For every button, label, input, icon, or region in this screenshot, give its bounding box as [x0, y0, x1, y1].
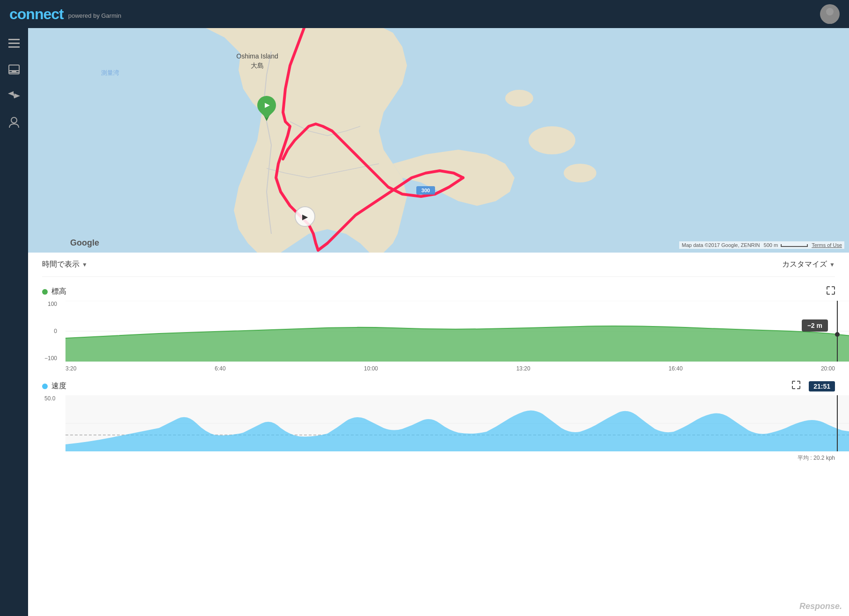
svg-text:300: 300: [421, 188, 430, 193]
elevation-y-100: 100: [44, 301, 57, 307]
main-content: 300 Oshima Island 大島 測量湾 ▶ ▶ Google: [28, 28, 849, 616]
elevation-expand-button[interactable]: [827, 286, 835, 297]
svg-point-13: [529, 126, 575, 154]
sidebar: [0, 28, 28, 616]
speed-avg-label: 平均 : 20.2 kph: [65, 454, 835, 462]
speed-svg: [65, 395, 849, 451]
google-logo: Google: [70, 238, 99, 248]
speed-chart-header: 速度 21:51: [42, 381, 835, 391]
sidebar-inbox-icon[interactable]: [6, 61, 22, 78]
customize-label: カスタマイズ: [782, 260, 827, 269]
svg-point-25: [835, 332, 840, 337]
map-attribution: Map data ©2017 Google, ZENRIN 500 m Term…: [679, 241, 844, 249]
elev-x-5: 16:40: [668, 365, 682, 372]
time-display-label: 時間で表示: [42, 260, 80, 269]
svg-marker-8: [8, 91, 14, 96]
svg-point-0: [826, 8, 834, 15]
svg-text:大島: 大島: [251, 62, 264, 69]
elev-x-4: 13:20: [516, 365, 530, 372]
response-logo: Response.: [799, 602, 842, 611]
elevation-chart-header: 標高: [42, 286, 835, 297]
time-display-button[interactable]: 時間で表示 ▼: [42, 260, 87, 269]
svg-rect-7: [12, 71, 16, 72]
speed-title: 速度: [51, 381, 66, 391]
svg-marker-9: [15, 94, 20, 98]
elev-x-3: 10:00: [364, 365, 378, 372]
terms-of-use-link[interactable]: Terms of Use: [812, 242, 842, 248]
logo-powered: powered by Garmin: [68, 12, 121, 19]
customize-arrow: ▼: [829, 261, 835, 268]
time-display-arrow: ▼: [82, 261, 87, 268]
sidebar-menu-icon[interactable]: [6, 35, 22, 52]
map-container[interactable]: 300 Oshima Island 大島 測量湾 ▶ ▶ Google: [28, 28, 849, 253]
elevation-chart: 標高 100 0 −100: [42, 286, 835, 374]
elevation-dot: [42, 289, 48, 295]
speed-chart: 速度 21:51 50.0: [42, 381, 835, 462]
speed-y-top: 50.0: [44, 395, 55, 402]
elevation-title: 標高: [51, 287, 66, 297]
elev-x-1: 3:20: [65, 365, 76, 372]
elevation-y-0: 0: [44, 328, 57, 334]
user-avatar[interactable]: [820, 4, 840, 24]
svg-line-10: [14, 94, 15, 98]
speed-dot: [42, 384, 48, 389]
svg-rect-4: [8, 46, 20, 48]
elevation-y-minus100: −100: [44, 355, 57, 362]
speed-chart-wrapper: 50.0: [42, 395, 835, 462]
svg-rect-12: [28, 28, 849, 253]
map-svg: 300 Oshima Island 大島 測量湾: [28, 28, 849, 253]
svg-text:測量湾: 測量湾: [101, 69, 119, 76]
svg-rect-2: [8, 39, 20, 40]
charts-section: 時間で表示 ▼ カスタマイズ ▼ 標高: [28, 253, 849, 462]
sidebar-profile-icon[interactable]: [6, 114, 22, 130]
map-data-text: Map data ©2017 Google, ZENRIN: [682, 242, 760, 248]
logo-text[interactable]: connect: [9, 6, 64, 23]
speed-expand-button[interactable]: [792, 381, 800, 391]
charts-toolbar: 時間で表示 ▼ カスタマイズ ▼: [42, 253, 835, 277]
svg-text:Oshima Island: Oshima Island: [236, 52, 278, 60]
elev-x-2: 6:40: [215, 365, 225, 372]
elevation-chart-wrapper: 100 0 −100: [42, 301, 835, 374]
header: connect powered by Garmin: [0, 0, 849, 28]
svg-rect-3: [8, 43, 20, 44]
svg-point-1: [823, 16, 836, 24]
svg-point-15: [505, 90, 533, 107]
elevation-svg: [65, 301, 849, 362]
elevation-tooltip: −2 m: [802, 319, 828, 332]
map-scale-text: 500 m: [764, 242, 808, 248]
start-marker: ▶: [257, 96, 276, 120]
svg-point-14: [564, 164, 596, 182]
customize-button[interactable]: カスタマイズ ▼: [782, 260, 835, 269]
elev-x-6: 20:00: [821, 365, 835, 372]
speed-time-badge: 21:51: [809, 381, 835, 391]
map-play-button[interactable]: ▶: [295, 206, 315, 227]
svg-point-11: [11, 117, 17, 123]
sidebar-social-icon[interactable]: [6, 87, 22, 104]
